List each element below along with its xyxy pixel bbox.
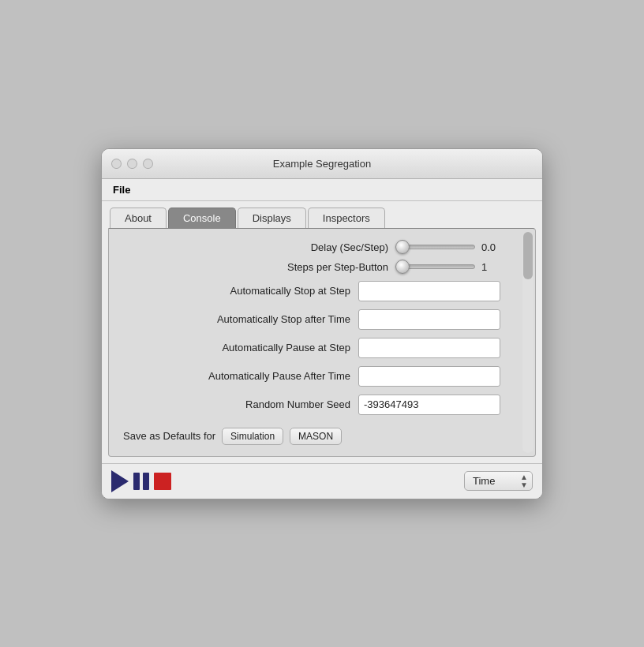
auto-stop-time-row: Automatically Stop after Time [118, 309, 526, 330]
steps-slider-track[interactable] [396, 264, 475, 269]
tab-about[interactable]: About [110, 208, 167, 228]
auto-pause-time-label: Automatically Pause After Time [208, 370, 350, 382]
auto-pause-time-input[interactable] [358, 366, 500, 387]
tab-displays[interactable]: Displays [238, 208, 306, 228]
auto-stop-step-row: Automatically Stop at Step [118, 281, 526, 301]
app-window: Example Segregation File About Console D… [101, 148, 543, 499]
random-seed-input[interactable] [358, 395, 500, 415]
auto-pause-time-row: Automatically Pause After Time [118, 366, 526, 387]
mason-button[interactable]: MASON [290, 428, 342, 445]
save-defaults-row: Save as Defaults for Simulation MASON [118, 423, 526, 447]
close-button[interactable] [111, 159, 122, 169]
delay-row: Delay (Sec/Step) 0.0 [118, 241, 526, 253]
stop-button[interactable] [154, 473, 171, 490]
random-seed-label: Random Number Seed [245, 398, 350, 410]
time-select-wrapper: Time Steps Seconds ▲ ▼ [464, 471, 533, 491]
auto-stop-time-input[interactable] [358, 309, 500, 330]
maximize-button[interactable] [143, 159, 153, 169]
time-select[interactable]: Time Steps Seconds [464, 471, 533, 491]
scrollbar[interactable] [522, 232, 534, 453]
delay-slider-thumb[interactable] [395, 240, 410, 254]
auto-pause-step-input[interactable] [358, 338, 500, 358]
title-bar: Example Segregation [102, 149, 542, 179]
steps-value: 1 [481, 261, 500, 273]
steps-row: Steps per Step-Button 1 [118, 261, 526, 273]
auto-pause-step-label: Automatically Pause at Step [222, 342, 350, 353]
playback-controls [111, 470, 171, 492]
pause-bar-left [133, 473, 140, 490]
pause-button[interactable] [133, 473, 149, 490]
auto-pause-step-row: Automatically Pause at Step [118, 338, 526, 358]
simulation-button[interactable]: Simulation [222, 428, 283, 445]
delay-slider-track[interactable] [396, 245, 475, 249]
auto-stop-step-input[interactable] [358, 281, 500, 301]
auto-stop-time-label: Automatically Stop after Time [217, 313, 350, 325]
minimize-button[interactable] [127, 159, 137, 169]
random-seed-row: Random Number Seed [118, 395, 526, 415]
menu-bar: File [102, 179, 542, 201]
save-defaults-label: Save as Defaults for [123, 430, 215, 442]
steps-label: Steps per Step-Button [287, 261, 388, 273]
tab-inspectors[interactable]: Inspectors [308, 208, 385, 228]
console-content: Delay (Sec/Step) 0.0 Steps per Step-Butt… [108, 228, 536, 457]
steps-slider-container: 1 [396, 261, 500, 273]
tabs-row: About Console Displays Inspectors [102, 201, 542, 228]
bottom-bar: Time Steps Seconds ▲ ▼ [102, 463, 542, 499]
scrollbar-thumb [523, 232, 533, 279]
auto-stop-step-label: Automatically Stop at Step [230, 285, 350, 297]
traffic-lights [111, 159, 153, 169]
steps-slider-thumb[interactable] [395, 260, 410, 274]
window-title: Example Segregation [273, 158, 371, 170]
tab-console[interactable]: Console [168, 208, 236, 228]
delay-slider-container: 0.0 [396, 241, 500, 253]
play-button[interactable] [111, 470, 129, 492]
pause-bar-right [143, 473, 149, 490]
file-menu[interactable]: File [110, 182, 133, 197]
delay-value: 0.0 [481, 241, 500, 253]
delay-label: Delay (Sec/Step) [311, 241, 388, 253]
